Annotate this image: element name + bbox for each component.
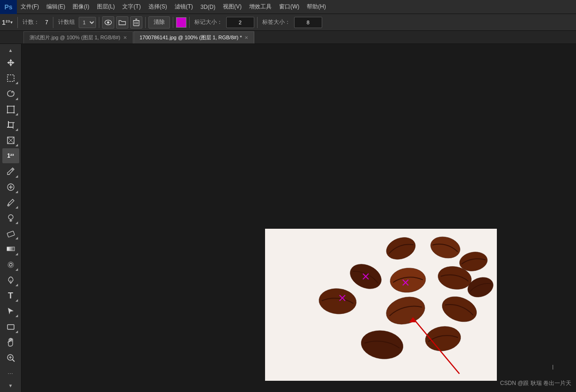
more-tools-icon: ··· [7, 370, 13, 376]
crop-icon [6, 120, 15, 130]
blur-icon [6, 260, 15, 269]
group-select[interactable]: 1 2 3 [79, 17, 96, 28]
tab-close-1[interactable]: ✕ [123, 35, 127, 40]
menu-view[interactable]: 视图(V) [219, 0, 245, 14]
menu-layer[interactable]: 图层(L) [93, 0, 119, 14]
marker-size-input[interactable]: 2 [226, 17, 254, 28]
count-tool-icon: 1²³ [7, 152, 14, 159]
canvas-image[interactable] [265, 229, 497, 381]
trash-icon [133, 19, 140, 26]
clear-button[interactable]: 清除 [148, 16, 170, 29]
zoom-icon [6, 353, 15, 363]
menu-edit[interactable]: 编辑(E) [43, 0, 69, 14]
tab-close-2[interactable]: ✕ [244, 35, 248, 40]
tool-palette: ▲ ◢ ◢ [0, 44, 22, 392]
shape-btn[interactable]: ◢ [2, 319, 19, 334]
healing-icon [6, 182, 15, 192]
frame-tool-btn[interactable]: ◢ [2, 133, 19, 148]
svg-marker-36 [8, 308, 14, 314]
menu-bar: Ps 文件(F) 编辑(E) 图像(I) 图层(L) 文字(T) 选择(S) 滤… [0, 0, 576, 14]
clone-icon [6, 213, 15, 223]
menu-file[interactable]: 文件(F) [17, 0, 43, 14]
eye-icon [104, 20, 112, 25]
svg-point-15 [13, 112, 15, 113]
object-select-btn[interactable]: ◢ [2, 102, 19, 117]
path-select-btn[interactable]: ◢ [2, 304, 19, 319]
svg-point-14 [7, 112, 8, 113]
marker-size-label: 标记大小： [192, 18, 224, 26]
text-btn[interactable]: T ◢ [2, 288, 19, 303]
folder-button[interactable] [116, 16, 128, 29]
palette-arrow-up[interactable]: ▲ [2, 46, 19, 55]
color-swatch[interactable] [176, 17, 186, 28]
healing-btn[interactable]: ◢ [2, 180, 19, 195]
object-select-icon [6, 105, 15, 114]
pen-icon [6, 276, 15, 285]
delete-button[interactable] [130, 16, 142, 29]
menu-filter[interactable]: 滤镜(T) [171, 0, 197, 14]
svg-point-33 [8, 262, 14, 268]
eyedropper-icon [6, 167, 15, 176]
main-layout: ▲ ◢ ◢ [0, 44, 576, 392]
svg-line-10 [12, 91, 12, 93]
tab-main-image[interactable]: 1700786141.jpg @ 100% (图层 1, RGB/8#) * ✕ [133, 31, 254, 44]
menu-help[interactable]: 帮助(H) [303, 0, 330, 14]
eraser-icon [6, 229, 15, 238]
menu-3d[interactable]: 3D(D) [197, 0, 219, 14]
palette-arrow-down[interactable]: ▼ [2, 381, 19, 390]
select-tool-btn[interactable]: ◢ [2, 71, 19, 86]
count-icon: 1²³ [2, 19, 10, 26]
document-tabs: 测试图片.jpg @ 100% (图层 1, RGB/8#) ✕ 1700786… [0, 31, 576, 44]
divider4 [145, 17, 146, 28]
svg-point-1 [107, 21, 109, 23]
coffee-beans-svg [265, 229, 497, 381]
svg-marker-8 [7, 59, 15, 66]
hand-icon [6, 338, 15, 347]
more-tools-btn[interactable]: ··· [2, 366, 19, 381]
gradient-btn[interactable]: ◢ [2, 241, 19, 256]
menu-select[interactable]: 选择(S) [145, 0, 171, 14]
svg-point-13 [13, 105, 15, 107]
lasso-tool-btn[interactable]: ◢ [2, 86, 19, 101]
divider6 [189, 17, 190, 28]
cursor-indicator: | [552, 364, 554, 370]
divider2 [53, 17, 53, 28]
count-value: 7 [43, 19, 50, 26]
move-icon [6, 58, 15, 67]
select-icon [6, 73, 15, 83]
ps-logo: Ps [0, 0, 17, 14]
gradient-icon [6, 244, 15, 254]
svg-point-12 [7, 105, 8, 107]
canvas-container [265, 229, 497, 381]
svg-line-39 [12, 359, 15, 362]
menu-text[interactable]: 文字(T) [118, 0, 144, 14]
zoom-btn[interactable] [2, 350, 19, 365]
pen-btn[interactable]: ◢ [2, 273, 19, 288]
clone-btn[interactable]: ◢ [2, 211, 19, 225]
menu-window[interactable]: 窗口(W) [275, 0, 303, 14]
eyedropper-btn[interactable]: ◢ [2, 164, 19, 179]
count-label: 计数： [21, 18, 41, 26]
options-bar: 1²³ ▾ 计数： 7 计数组 1 2 3 清除 [0, 14, 576, 31]
menu-image[interactable]: 图像(I) [69, 0, 93, 14]
menu-plugins[interactable]: 增效工具 [245, 0, 275, 14]
tab-test-image[interactable]: 测试图片.jpg @ 100% (图层 1, RGB/8#) ✕ [23, 31, 133, 44]
frame-icon [6, 136, 15, 145]
text-tool-icon: T [8, 291, 13, 301]
hand-btn[interactable] [2, 335, 19, 350]
brush-icon [6, 198, 15, 207]
tag-size-label: 标签大小： [260, 18, 292, 26]
divider3 [99, 17, 99, 28]
tag-size-input[interactable]: 8 [294, 17, 322, 28]
svg-point-34 [9, 263, 12, 266]
svg-rect-11 [7, 106, 14, 113]
blur-btn[interactable]: ◢ [2, 257, 19, 272]
brush-btn[interactable]: ◢ [2, 195, 19, 210]
divider5 [173, 17, 173, 28]
eraser-btn[interactable]: ◢ [2, 226, 19, 241]
visibility-button[interactable] [102, 16, 114, 29]
crop-tool-btn[interactable]: ◢ [2, 117, 19, 132]
move-tool-btn[interactable] [2, 55, 19, 70]
count-tool-btn[interactable]: 1²³ [2, 148, 19, 163]
canvas-area[interactable]: CSDN @跟 耿瑞 卷出一片天 | [22, 44, 576, 392]
